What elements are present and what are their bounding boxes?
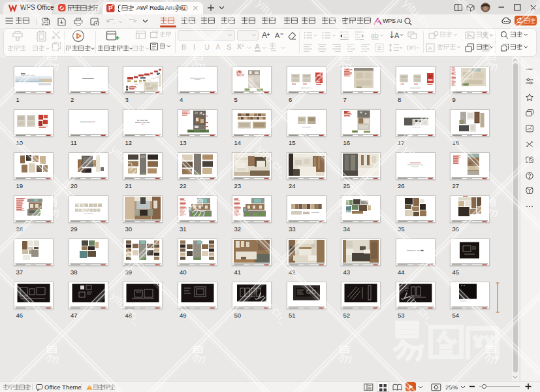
- svg-text:A: A: [428, 45, 432, 52]
- svg-text:A: A: [275, 31, 280, 39]
- svg-text:A: A: [394, 31, 400, 39]
- svg-text:A: A: [262, 31, 267, 40]
- svg-text:P: P: [108, 4, 113, 11]
- svg-text:ab: ab: [371, 31, 379, 39]
